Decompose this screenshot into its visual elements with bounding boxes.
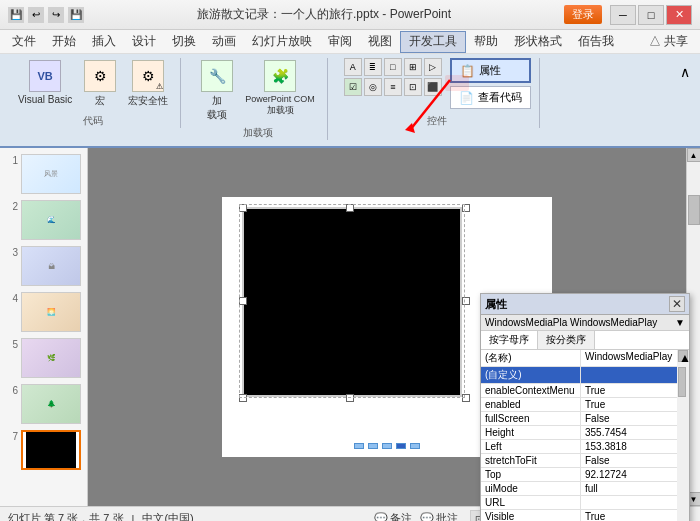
slide-info: 幻灯片 第 7 张，共 7 张 — [8, 511, 124, 521]
control-icon-7[interactable]: ◎ — [364, 78, 382, 96]
props-row-stretchtofit[interactable]: stretchToFit False — [481, 454, 689, 468]
menu-design[interactable]: 设计 — [124, 31, 164, 53]
props-row-top[interactable]: Top 92.12724 — [481, 468, 689, 482]
resize-handle-tc[interactable] — [346, 204, 354, 212]
control-icon-5[interactable]: ▷ — [424, 58, 442, 76]
props-row-left[interactable]: Left 153.3818 — [481, 440, 689, 454]
slide-nav-dot-2[interactable] — [368, 443, 378, 449]
props-row-name[interactable]: (名称) WindowsMediaPlay — [481, 350, 689, 367]
props-val-url — [581, 496, 689, 509]
window-controls: ─ □ ✕ — [610, 5, 692, 25]
undo-icon[interactable]: ↩ — [28, 7, 44, 23]
slide-thumb-2[interactable]: 2 🌊 — [4, 198, 83, 242]
visualbasic-button[interactable]: VB Visual Basic — [14, 58, 76, 107]
menu-home[interactable]: 开始 — [44, 31, 84, 53]
props-key-name: (名称) — [481, 350, 581, 366]
menu-view[interactable]: 视图 — [360, 31, 400, 53]
props-val-enablecontextmenu: True — [581, 384, 689, 397]
menu-insert[interactable]: 插入 — [84, 31, 124, 53]
props-row-fullscreen[interactable]: fullScreen False — [481, 412, 689, 426]
menu-slideshow[interactable]: 幻灯片放映 — [244, 31, 320, 53]
resize-handle-mr[interactable] — [462, 297, 470, 305]
macro-label: 宏 — [95, 94, 105, 108]
menu-file[interactable]: 文件 — [4, 31, 44, 53]
menu-review[interactable]: 审阅 — [320, 31, 360, 53]
app-icon: 💾 — [8, 7, 24, 23]
slide-nav-dot-5[interactable] — [410, 443, 420, 449]
props-scroll-up[interactable]: ▲ — [678, 350, 688, 362]
props-key-height: Height — [481, 426, 581, 439]
minimize-button[interactable]: ─ — [610, 5, 636, 25]
props-close-button[interactable]: ✕ — [669, 296, 685, 312]
comments-button[interactable]: 💬 批注 — [420, 511, 458, 521]
resize-handle-tl[interactable] — [239, 204, 247, 212]
props-tab-alphabetical[interactable]: 按字母序 — [481, 331, 538, 349]
notes-button[interactable]: 💬 备注 — [374, 511, 412, 521]
menu-tell-me[interactable]: 佰告我 — [570, 31, 622, 53]
slide-nav-dot-1[interactable] — [354, 443, 364, 449]
control-icon-2[interactable]: ≣ — [364, 58, 382, 76]
slide-thumb-7[interactable]: 7 — [4, 428, 83, 472]
close-button[interactable]: ✕ — [666, 5, 692, 25]
addins-icon: 🔧 — [201, 60, 233, 92]
props-key-enabled: enabled — [481, 398, 581, 411]
props-control-name: WindowsMediaPla WindowsMediaPlay ▼ — [481, 315, 689, 331]
props-key-top: Top — [481, 468, 581, 481]
addins-button[interactable]: 🔧 加载项 — [197, 58, 237, 124]
props-row-height[interactable]: Height 355.7454 — [481, 426, 689, 440]
props-scroll-track — [677, 362, 689, 521]
scroll-thumb[interactable] — [688, 195, 700, 225]
maximize-button[interactable]: □ — [638, 5, 664, 25]
slide-thumb-6[interactable]: 6 🌲 — [4, 382, 83, 426]
menu-help[interactable]: 帮助 — [466, 31, 506, 53]
login-button[interactable]: 登录 — [564, 5, 602, 24]
ribbon-expand-button[interactable]: ∧ — [676, 62, 694, 82]
resize-handle-ml[interactable] — [239, 297, 247, 305]
resize-handle-bl[interactable] — [239, 394, 247, 402]
props-dropdown-icon[interactable]: ▼ — [675, 317, 685, 328]
macro-security-button[interactable]: ⚙ ⚠ 宏安全性 — [124, 58, 172, 110]
ribbon: VB Visual Basic ⚙ 宏 ⚙ ⚠ 宏安全性 代码 🔧 加载项 — [0, 54, 700, 148]
control-icon-1[interactable]: A — [344, 58, 362, 76]
slide-thumb-4[interactable]: 4 🌅 — [4, 290, 83, 334]
props-scroll-thumb[interactable] — [678, 367, 686, 397]
slide-image-2: 🌊 — [21, 200, 81, 240]
slide-image-4: 🌅 — [21, 292, 81, 332]
slide-thumb-3[interactable]: 3 🏔 — [4, 244, 83, 288]
save-icon[interactable]: 💾 — [68, 7, 84, 23]
macro-icon: ⚙ — [84, 60, 116, 92]
com-addins-button[interactable]: 🧩 PowerPoint COM加载项 — [241, 58, 319, 119]
props-row-enablecontextmenu[interactable]: enableContextMenu True — [481, 384, 689, 398]
language-label: 中文(中国) — [142, 511, 193, 521]
menu-developer[interactable]: 开发工具 — [400, 31, 466, 53]
com-addins-label: PowerPoint COM加载项 — [245, 94, 315, 117]
language-indicator: | — [132, 513, 135, 522]
slide-nav-dot-3[interactable] — [382, 443, 392, 449]
redo-icon[interactable]: ↪ — [48, 7, 64, 23]
macro-button[interactable]: ⚙ 宏 — [80, 58, 120, 110]
props-tab-categorical[interactable]: 按分类序 — [538, 331, 595, 349]
menu-transitions[interactable]: 切换 — [164, 31, 204, 53]
props-row-uimode[interactable]: uiMode full — [481, 482, 689, 496]
menu-animations[interactable]: 动画 — [204, 31, 244, 53]
control-icon-4[interactable]: ⊞ — [404, 58, 422, 76]
menu-share[interactable]: △ 共享 — [641, 31, 696, 53]
props-row-custom[interactable]: (自定义) ... — [481, 367, 689, 384]
control-icon-6[interactable]: ☑ — [344, 78, 362, 96]
props-row-enabled[interactable]: enabled True — [481, 398, 689, 412]
resize-handle-bc[interactable] — [346, 394, 354, 402]
control-icon-3[interactable]: □ — [384, 58, 402, 76]
media-player-box[interactable] — [242, 207, 462, 397]
scroll-up-button[interactable]: ▲ — [687, 148, 701, 162]
resize-handle-tr[interactable] — [462, 204, 470, 212]
slide-thumb-1[interactable]: 1 风景 — [4, 152, 83, 196]
menu-shape-format[interactable]: 形状格式 — [506, 31, 570, 53]
slide-thumb-5[interactable]: 5 🌿 — [4, 336, 83, 380]
props-val-custom: ... — [581, 367, 689, 383]
macro-security-icon: ⚙ ⚠ — [132, 60, 164, 92]
slide-nav-dot-4[interactable] — [396, 443, 406, 449]
props-row-url[interactable]: URL — [481, 496, 689, 510]
slide-nav-bar — [354, 443, 420, 449]
props-row-visible[interactable]: Visible True — [481, 510, 689, 521]
resize-handle-br[interactable] — [462, 394, 470, 402]
